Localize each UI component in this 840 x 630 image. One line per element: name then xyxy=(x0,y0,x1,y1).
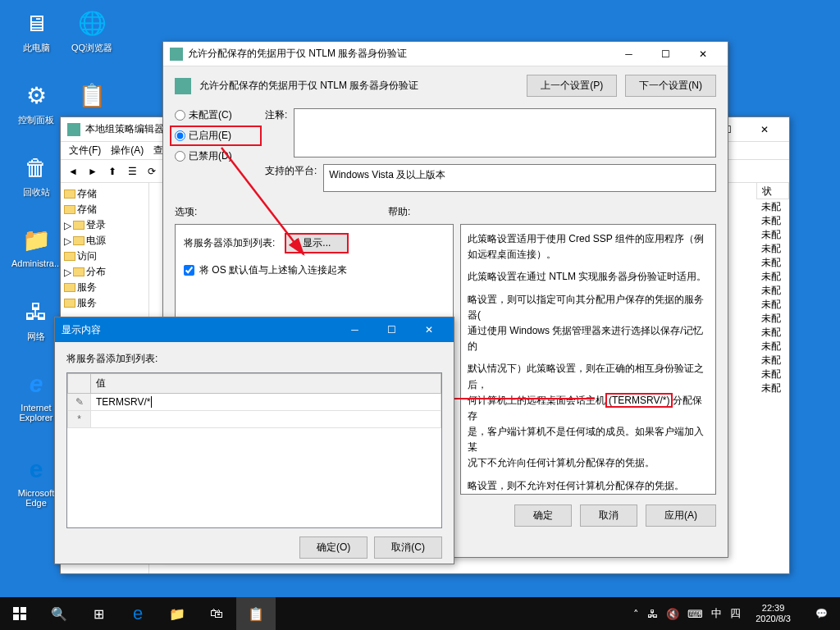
tray-volume-icon[interactable]: 🔇 xyxy=(666,608,679,620)
policy-min-button[interactable]: ─ xyxy=(610,42,647,66)
list-row[interactable]: 未配 xyxy=(756,227,789,241)
list-row[interactable]: 未配 xyxy=(756,367,789,381)
grid-cell-value[interactable]: TERMSRV/* xyxy=(91,394,441,411)
grid-row-indicator: ✎ xyxy=(68,394,91,411)
help-panel[interactable]: 此策略设置适用于使用 Cred SSP 组件的应用程序（例如远程桌面连接）。 此… xyxy=(460,224,716,495)
help-label: 帮助: xyxy=(388,205,410,219)
list-row[interactable]: 未配 xyxy=(756,325,789,339)
radio-enabled[interactable]: 已启用(E) xyxy=(175,129,257,143)
showdlg-close-button[interactable]: ✕ xyxy=(410,317,447,342)
list-row[interactable]: 未配 xyxy=(756,199,789,213)
desktop-icon-recyclebin[interactable]: 🗑回收站 xyxy=(11,151,61,199)
svg-rect-4 xyxy=(13,614,19,620)
network-icon: 🖧 xyxy=(20,295,52,328)
policy-max-button[interactable]: ☐ xyxy=(647,42,684,66)
policy-heading-icon xyxy=(175,78,191,94)
tb-refresh[interactable]: ⟳ xyxy=(143,162,161,180)
grid-row-new[interactable]: * xyxy=(68,411,91,428)
menu-action[interactable]: 操作(A) xyxy=(107,142,147,159)
policy-close-button[interactable]: ✕ xyxy=(684,42,721,66)
radio-notconfigured[interactable]: 未配置(C) xyxy=(175,108,257,122)
policy-ok-button[interactable]: 确定 xyxy=(514,504,572,527)
desktop-icon-network[interactable]: 🖧网络 xyxy=(11,295,61,343)
prev-setting-button[interactable]: 上一个设置(P) xyxy=(527,75,617,97)
folder-icon xyxy=(64,283,75,292)
showdlg-label: 将服务器添加到列表: xyxy=(66,352,442,366)
list-row[interactable]: 未配 xyxy=(756,283,789,297)
gear-icon: ⚙ xyxy=(20,79,52,112)
desktop-icon-thispc[interactable]: 🖥此电脑 xyxy=(11,7,61,54)
start-button[interactable] xyxy=(0,597,39,630)
policy-heading: 允许分配保存的凭据用于仅 NTLM 服务器身份验证 xyxy=(199,79,518,93)
folder-icon xyxy=(64,299,75,308)
showdlg-min-button[interactable]: ─ xyxy=(336,317,373,342)
list-row[interactable]: 未配 xyxy=(756,339,789,353)
svg-rect-3 xyxy=(21,607,26,613)
policy-icon xyxy=(170,48,183,61)
list-row[interactable]: 未配 xyxy=(756,297,789,311)
radio-disabled[interactable]: 已禁用(D) xyxy=(175,149,257,163)
value-grid[interactable]: 值 ✎TERMSRV/* * xyxy=(66,372,442,528)
concat-checkbox[interactable]: 将 OS 默认值与上述输入连接起来 xyxy=(184,263,445,277)
desktop-icon-ie[interactable]: eInternet Explorer xyxy=(11,368,61,422)
window-showcontents[interactable]: 显示内容 ─ ☐ ✕ 将服务器添加到列表: 值 ✎TERMSRV/* * 确定(… xyxy=(54,317,454,564)
svg-rect-2 xyxy=(13,607,19,613)
folder-icon xyxy=(64,189,75,199)
search-button[interactable]: 🔍 xyxy=(39,597,79,630)
list-row[interactable]: 未配 xyxy=(756,255,789,269)
gpedit-close-button[interactable]: ✕ xyxy=(746,117,783,142)
showdlg-titlebar[interactable]: 显示内容 ─ ☐ ✕ xyxy=(55,317,454,342)
list-row[interactable]: 未配 xyxy=(756,269,789,283)
list-row[interactable]: 未配 xyxy=(756,311,789,325)
menu-file[interactable]: 文件(F) xyxy=(66,142,104,159)
desktop-icon-edge[interactable]: eMicrosoft Edge xyxy=(11,453,61,508)
tray-ime1[interactable]: 中 xyxy=(711,606,722,621)
policy-apply-button[interactable]: 应用(A) xyxy=(646,504,716,527)
grid-rowheader xyxy=(68,374,91,394)
system-tray: ˄ 🖧 🔇 ⌨ 中 四 22:392020/8/3 xyxy=(628,603,802,624)
tray-chevron-icon[interactable]: ˄ xyxy=(633,608,639,620)
list-row[interactable]: 未配 xyxy=(756,213,789,227)
tray-clock[interactable]: 22:392020/8/3 xyxy=(749,603,797,624)
list-row[interactable]: 未配 xyxy=(756,241,789,255)
showdlg-title: 显示内容 xyxy=(62,323,336,337)
desktop-icon-gpedit-shortcut[interactable]: 📋 xyxy=(67,79,116,114)
next-setting-button[interactable]: 下一个设置(N) xyxy=(625,75,716,97)
desktop-icon-qqbrowser[interactable]: 🌐QQ浏览器 xyxy=(67,7,116,54)
tray-keyboard-icon[interactable]: ⌨ xyxy=(687,608,703,620)
col-status[interactable]: 状 xyxy=(756,183,789,199)
tray-network-icon[interactable]: 🖧 xyxy=(647,608,658,620)
tb-props[interactable]: ☰ xyxy=(123,162,141,180)
policy-titlebar[interactable]: 允许分配保存的凭据用于仅 NTLM 服务器身份验证 ─ ☐ ✕ xyxy=(163,42,728,66)
grid-cell-empty[interactable] xyxy=(91,411,441,428)
showdlg-cancel-button[interactable]: 取消(C) xyxy=(374,536,442,559)
folder-icon xyxy=(73,236,84,245)
action-center-button[interactable]: 💬 xyxy=(802,597,840,630)
browser-icon: 🌐 xyxy=(75,7,108,39)
list-row[interactable]: 未配 xyxy=(756,381,789,395)
tb-up[interactable]: ⬆ xyxy=(103,162,121,180)
task-explorer[interactable]: 📁 xyxy=(158,597,197,630)
policy-cancel-button[interactable]: 取消 xyxy=(580,504,637,527)
options-label: 选项: xyxy=(175,205,388,219)
addserver-label: 将服务器添加到列表: xyxy=(184,236,275,250)
desktop-icon-admin[interactable]: 📁Administra... xyxy=(11,223,61,268)
showdlg-ok-button[interactable]: 确定(O) xyxy=(299,536,368,559)
show-button[interactable]: 显示... xyxy=(285,233,349,253)
folder-icon xyxy=(64,205,75,214)
task-store[interactable]: 🛍 xyxy=(197,597,236,630)
folder-icon xyxy=(64,252,75,261)
desktop-icon-controlpanel[interactable]: ⚙控制面板 xyxy=(11,79,61,126)
task-edge[interactable]: e xyxy=(118,597,158,630)
taskview-button[interactable]: ⊞ xyxy=(79,597,118,630)
tb-back[interactable]: ◄ xyxy=(64,162,82,180)
tb-fwd[interactable]: ► xyxy=(84,162,102,180)
policy-state-radios: 未配置(C) 已启用(E) 已禁用(D) xyxy=(175,108,257,163)
showdlg-max-button[interactable]: ☐ xyxy=(373,317,410,342)
tray-ime2[interactable]: 四 xyxy=(730,606,741,621)
grid-col-value[interactable]: 值 xyxy=(91,374,441,394)
list-row[interactable]: 未配 xyxy=(756,353,789,367)
termsrv-highlight: (TERMSRV/*) xyxy=(605,393,673,408)
task-gpedit[interactable]: 📋 xyxy=(236,597,276,630)
note-textbox[interactable] xyxy=(294,108,716,158)
